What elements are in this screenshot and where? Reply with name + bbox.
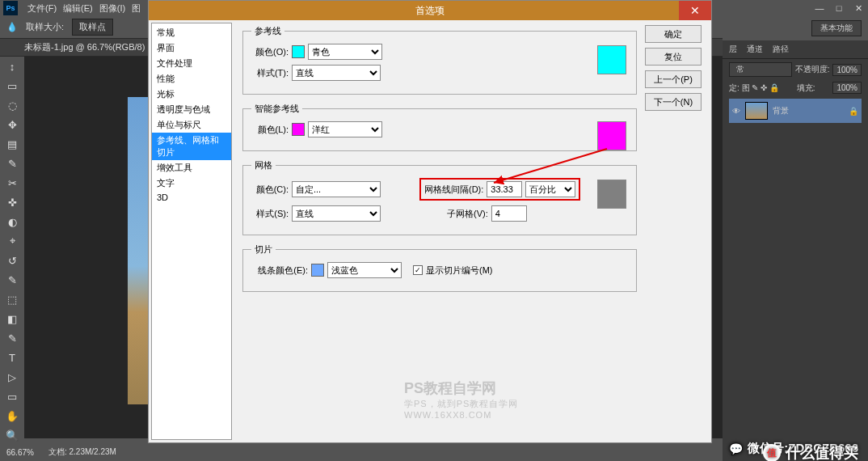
group-grid: 网格 颜色(C): 自定... 网格线间隔(D): 百分比: [242, 159, 637, 235]
grid-style-label: 样式(S):: [251, 208, 289, 220]
sidebar-item-general[interactable]: 常规: [152, 25, 231, 40]
dialog-title: 首选项: [415, 4, 445, 18]
ok-button[interactable]: 确定: [645, 25, 702, 43]
prefs-content: 参考线 颜色(O): 青色 样式(T): 直线 智能参考线 颜色(L):: [234, 20, 645, 442]
smartguides-color-label: 颜色(L):: [251, 124, 289, 136]
slices-linecolor-label: 线条颜色(E):: [251, 264, 308, 277]
tool-wand[interactable]: ✥: [2, 116, 22, 133]
tool-marquee[interactable]: ▭: [2, 77, 22, 95]
zoom-percent[interactable]: 66.67%: [6, 448, 34, 457]
panels: 基本功能 层 通道 路径 常 不透明度: 100% 定: 图 ✎ ✜ 🔒 填充:…: [723, 16, 868, 461]
sidebar-item-3d[interactable]: 3D: [152, 191, 231, 204]
tool-lasso[interactable]: ◌: [2, 96, 22, 114]
window-minimize[interactable]: —: [810, 0, 829, 16]
subdiv-label: 子网格(V):: [447, 208, 488, 220]
smartguides-color-select[interactable]: 洋红: [308, 121, 382, 137]
tab-channels[interactable]: 通道: [747, 44, 763, 55]
sample-size-select[interactable]: 取样点: [72, 19, 113, 36]
menu-edit[interactable]: 编辑(E): [60, 2, 96, 15]
gridline-highlight: 网格线间隔(D): 百分比: [419, 178, 580, 201]
tab-paths[interactable]: 路径: [773, 44, 789, 55]
brand-badge-icon: 值: [763, 444, 781, 461]
dialog-titlebar[interactable]: 首选项 ✕: [149, 1, 711, 20]
tool-hand[interactable]: ✋: [2, 407, 22, 425]
menu-image[interactable]: 图像(I): [96, 2, 129, 15]
gridline-label: 网格线间隔(D):: [424, 184, 483, 196]
sidebar-item-cursors[interactable]: 光标: [152, 87, 231, 102]
tool-healing[interactable]: ✂: [2, 174, 22, 192]
lock-row[interactable]: 定: 图 ✎ ✜ 🔒: [729, 82, 779, 94]
tool-path[interactable]: ▷: [2, 368, 22, 386]
guides-small-swatch: [292, 45, 305, 58]
preferences-dialog: 首选项 ✕ 常规 界面 文件处理 性能 光标 透明度与色域 单位与标尺 参考线、…: [148, 0, 712, 443]
fill-value[interactable]: 100%: [832, 82, 862, 94]
sidebar-item-interface[interactable]: 界面: [152, 40, 231, 56]
grid-style-select[interactable]: 直线: [292, 205, 381, 222]
layer-name: 背景: [773, 105, 789, 116]
window-maximize[interactable]: □: [829, 0, 849, 16]
tool-crop[interactable]: ▤: [2, 135, 22, 153]
slices-small-swatch: [311, 264, 324, 277]
sidebar-item-guides[interactable]: 参考线、网格和切片: [152, 133, 231, 160]
tool-eyedropper[interactable]: ✎: [2, 154, 22, 172]
layer-row-background[interactable]: 👁 背景 🔒: [729, 99, 862, 123]
watermark-brand: 值 什么值得买: [763, 443, 858, 461]
slices-linecolor-select[interactable]: 浅蓝色: [327, 262, 402, 278]
smartguides-swatch[interactable]: [597, 121, 626, 150]
toolbar: ↕ ▭ ◌ ✥ ▤ ✎ ✂ ✜ ◐ ⌖ ↺ ✎ ⬚ ◧ ✎ T ▷ ▭ ✋ 🔍: [0, 57, 24, 445]
tool-history[interactable]: ⌖: [2, 232, 22, 250]
tool-shape[interactable]: ▭: [2, 387, 22, 405]
sidebar-item-plugins[interactable]: 增效工具: [152, 160, 231, 176]
eyedropper-icon: 💧: [6, 22, 18, 32]
next-button[interactable]: 下一个(N): [645, 93, 702, 111]
tool-dodge[interactable]: ◧: [2, 310, 22, 328]
menu-file[interactable]: 文件(F): [24, 2, 60, 15]
gridline-unit-select[interactable]: 百分比: [525, 181, 575, 197]
sidebar-item-transparency[interactable]: 透明度与色域: [152, 102, 231, 117]
tool-move[interactable]: ↕: [2, 57, 22, 75]
menu-layer[interactable]: 图: [129, 2, 144, 15]
group-slices: 切片 线条颜色(E): 浅蓝色 ✓ 显示切片编号(M): [242, 243, 637, 292]
slices-legend: 切片: [251, 243, 276, 256]
opacity-label: 不透明度:: [795, 64, 830, 75]
guides-swatch[interactable]: [597, 45, 626, 74]
subdiv-value-input[interactable]: [491, 205, 527, 222]
tool-eraser[interactable]: ↺: [2, 252, 22, 269]
opacity-value[interactable]: 100%: [832, 64, 862, 76]
tab-layers[interactable]: 层: [729, 44, 737, 55]
prev-button[interactable]: 上一个(P): [645, 70, 702, 88]
guides-color-select[interactable]: 青色: [308, 44, 382, 60]
tool-pen[interactable]: ✎: [2, 329, 22, 347]
smartguides-small-swatch: [292, 123, 305, 136]
sidebar-item-units[interactable]: 单位与标尺: [152, 117, 231, 133]
blend-mode-select[interactable]: 常: [729, 62, 792, 77]
doc-info: 文档: 2.23M/2.23M: [48, 446, 116, 458]
prefs-sidebar: 常规 界面 文件处理 性能 光标 透明度与色域 单位与标尺 参考线、网格和切片 …: [151, 23, 232, 440]
layer-thumb: [745, 102, 768, 120]
guides-style-select[interactable]: 直线: [292, 65, 381, 81]
sidebar-item-performance[interactable]: 性能: [152, 71, 231, 87]
sidebar-item-filehandling[interactable]: 文件处理: [152, 56, 231, 71]
grid-swatch[interactable]: [597, 180, 626, 209]
tool-blur[interactable]: ⬚: [2, 290, 22, 308]
tool-gradient[interactable]: ✎: [2, 271, 22, 289]
guides-legend: 参考线: [251, 25, 284, 37]
tool-text[interactable]: T: [2, 349, 22, 366]
fill-label: 填充:: [797, 82, 815, 94]
reset-button[interactable]: 复位: [645, 48, 702, 66]
grid-color-select[interactable]: 自定...: [292, 181, 381, 197]
tool-stamp[interactable]: ◐: [2, 213, 22, 230]
grid-color-label: 颜色(C):: [251, 184, 289, 196]
tool-zoom[interactable]: 🔍: [2, 426, 22, 444]
sidebar-item-type[interactable]: 文字: [152, 176, 231, 191]
show-slice-numbers-checkbox[interactable]: ✓: [413, 265, 423, 275]
statusbar: 66.67% 文档: 2.23M/2.23M: [0, 443, 242, 461]
gridline-value-input[interactable]: [487, 181, 522, 197]
dialog-close-button[interactable]: ✕: [679, 1, 711, 20]
workspace-switcher[interactable]: 基本功能: [811, 20, 862, 36]
window-close[interactable]: ✕: [849, 0, 868, 16]
eye-icon[interactable]: 👁: [732, 107, 740, 116]
group-guides: 参考线 颜色(O): 青色 样式(T): 直线: [242, 25, 637, 95]
tool-brush[interactable]: ✜: [2, 193, 22, 211]
group-smartguides: 智能参考线 颜色(L): 洋红: [242, 103, 637, 151]
